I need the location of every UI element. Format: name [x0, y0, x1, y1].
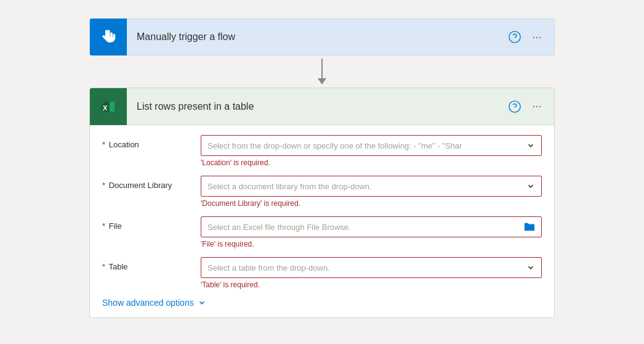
trigger-help-button[interactable]: [506, 28, 523, 46]
document-library-field-wrap: Select a document library from the drop-…: [201, 176, 542, 208]
document-library-chevron-icon: [526, 182, 535, 190]
table-field-wrap: Select a table from the drop-down. 'Tabl…: [201, 257, 542, 289]
document-library-input[interactable]: Select a document library from the drop-…: [201, 176, 542, 197]
ellipsis-icon: ···: [532, 31, 541, 44]
file-required: *: [102, 221, 105, 231]
show-advanced-options-button[interactable]: Show advanced options: [102, 298, 542, 308]
action-form-body: * Location Select from the drop-down or …: [90, 125, 554, 317]
trigger-card: Manually trigger a flow ···: [89, 18, 555, 55]
connector-arrow: [318, 78, 326, 84]
location-row: * Location Select from the drop-down or …: [102, 135, 542, 167]
help-icon: [508, 30, 521, 44]
file-label: * File: [102, 216, 201, 231]
location-label: * Location: [102, 135, 201, 149]
table-row: * Table Select a table from the drop-dow…: [102, 257, 542, 289]
trigger-more-button[interactable]: ···: [528, 28, 545, 46]
location-error: 'Location' is required.: [201, 158, 542, 167]
trigger-card-actions: ···: [506, 28, 554, 46]
action-card-header: X List rows present in a table ···: [90, 88, 554, 125]
excel-icon: X: [99, 97, 118, 117]
trigger-title: Manually trigger a flow: [127, 31, 506, 43]
location-field-wrap: Select from the drop-down or specify one…: [201, 135, 542, 167]
ellipsis-icon: ···: [532, 100, 541, 113]
location-required: *: [102, 140, 105, 149]
file-field-wrap: Select an Excel file through File Browse…: [201, 216, 542, 248]
table-error: 'Table' is required.: [201, 281, 542, 289]
table-placeholder: Select a table from the drop-down.: [207, 263, 526, 272]
document-library-error: 'Document Library' is required.: [201, 199, 542, 208]
action-more-button[interactable]: ···: [528, 98, 545, 115]
connector: [318, 55, 326, 88]
document-library-placeholder: Select a document library from the drop-…: [207, 182, 526, 191]
document-library-required: *: [102, 181, 105, 190]
file-input[interactable]: Select an Excel file through File Browse…: [201, 216, 542, 237]
file-error: 'File' is required.: [201, 240, 542, 248]
table-label: * Table: [102, 257, 201, 271]
table-required: *: [102, 262, 105, 271]
show-advanced-chevron-icon: [198, 298, 206, 307]
document-library-label: * Document Library: [102, 176, 201, 190]
table-chevron-icon: [526, 263, 535, 272]
file-browse-icon: [524, 222, 535, 232]
location-chevron-icon: [526, 141, 535, 150]
trigger-icon: [99, 28, 118, 46]
trigger-icon-box: [90, 18, 127, 55]
connector-line: [321, 59, 323, 78]
action-card: X List rows present in a table ···: [89, 88, 555, 318]
file-row: * File Select an Excel file through File…: [102, 216, 542, 248]
document-library-row: * Document Library Select a document lib…: [102, 176, 542, 208]
action-icon-box: X: [90, 88, 127, 125]
svg-text:X: X: [103, 104, 108, 112]
location-placeholder: Select from the drop-down or specify one…: [207, 141, 526, 150]
help-icon: [508, 100, 521, 113]
location-input[interactable]: Select from the drop-down or specify one…: [201, 135, 542, 156]
show-advanced-label: Show advanced options: [102, 298, 194, 308]
action-card-actions: ···: [506, 98, 554, 115]
action-title: List rows present in a table: [127, 101, 506, 112]
canvas: Manually trigger a flow ···: [0, 0, 644, 344]
action-help-button[interactable]: [506, 98, 523, 115]
file-placeholder: Select an Excel file through File Browse…: [207, 223, 524, 232]
svg-point-4: [509, 100, 520, 112]
table-input[interactable]: Select a table from the drop-down.: [201, 257, 542, 278]
svg-point-0: [509, 31, 520, 43]
